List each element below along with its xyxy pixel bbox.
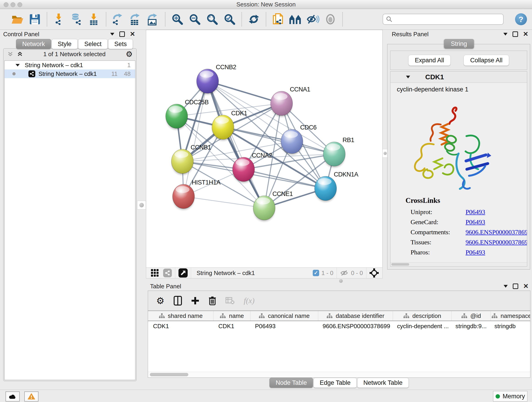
grid-view-icon[interactable] [151,269,159,277]
collapse-all-button[interactable]: Collapse All [463,55,509,66]
string-view-icon[interactable] [163,269,172,277]
cell[interactable]: stringdb:9... [450,321,489,331]
tab-string[interactable]: String [444,39,474,49]
delete-column-trash-icon[interactable] [209,296,216,305]
collapse-all-networks-icon[interactable] [7,51,13,57]
zoom-out-button[interactable] [188,13,201,26]
column-header-database-identifier[interactable]: database identifier [318,311,393,321]
table-menu-icon[interactable] [504,285,508,288]
tissues-link[interactable]: 9606.ENSP00000378699 [466,239,527,246]
node-CDC6[interactable]: CDC6 [281,124,317,155]
table-options-gear-icon[interactable]: ⚙ [156,296,165,305]
node-CDKN1A[interactable]: CDKN1A [315,171,358,202]
hide-selected-button[interactable] [306,13,320,26]
node-CDK1[interactable]: CDK1 [212,110,247,140]
node-label-HIST1H1A: HIST1H1A [192,179,221,186]
protein-section-header[interactable]: CDK1 [390,71,527,83]
cell[interactable]: P06493 [250,321,317,331]
network-options-gear-icon[interactable]: ⚙ [126,50,133,58]
import-network-from-file-button[interactable] [52,13,66,26]
expand-all-button[interactable]: Expand All [408,55,451,66]
show-hidden-button[interactable] [324,13,337,26]
column-header-shared-name[interactable]: shared name [148,311,214,321]
zoom-fit-content-button[interactable] [206,13,219,26]
node-RB1[interactable]: RB1 [323,137,354,167]
tab-edge-table[interactable]: Edge Table [313,378,357,388]
export-table-button[interactable] [129,13,142,26]
memory-button[interactable]: Memory [493,391,527,402]
export-network-button[interactable] [112,13,125,26]
cell[interactable]: CDK1 [213,321,250,331]
add-column-icon[interactable] [191,297,199,305]
node-HIST1H1A[interactable]: HIST1H1A [172,179,221,210]
panel-menu-icon[interactable] [110,33,114,36]
edge-CCNB2-CCNE1[interactable] [208,81,264,208]
edge-CCNB2-CCNA1[interactable] [208,81,282,103]
column-header-namespace[interactable]: namespace [491,311,530,321]
results-scrollbar[interactable] [390,262,527,266]
expand-all-networks-icon[interactable] [17,51,23,57]
edge-CCNA2-CDKN1A[interactable] [244,169,326,188]
tab-sets[interactable]: Sets [108,39,133,49]
node-label-CCNA2: CCNA2 [252,152,272,159]
edge-CDK1-RB1[interactable] [223,127,334,154]
show-columns-icon[interactable] [174,296,182,306]
search-box[interactable] [383,14,504,25]
results-close-icon[interactable]: ✕ [523,31,528,37]
node-table[interactable]: shared namenamecanonical namedatabase id… [148,311,530,372]
refresh-layout-button[interactable] [247,13,260,26]
tab-node-table[interactable]: Node Table [269,378,313,388]
results-menu-icon[interactable] [503,33,507,36]
tab-network[interactable]: Network [16,39,51,49]
compartments-link[interactable]: 9606.ENSP00000378699 [466,229,527,236]
genecard-link[interactable]: P06493 [466,218,485,226]
node-label-CCNE1: CCNE1 [272,191,293,197]
tab-select[interactable]: Select [78,39,108,49]
node-CCNB2[interactable]: CCNB2 [196,64,236,95]
fit-selected-crosshair-icon[interactable] [370,268,379,278]
tab-network-table[interactable]: Network Table [357,378,409,388]
left-splitter-handle[interactable] [137,201,146,210]
open-session-button[interactable] [11,13,24,26]
column-header--id[interactable]: @id [452,311,491,321]
uniprot-link[interactable]: P06493 [466,208,485,216]
cloud-button[interactable] [6,391,20,402]
table-row[interactable]: CDK1CDK1P064939606.ENSP00000378699cyclin… [148,321,530,331]
column-header-description[interactable]: description [393,311,452,321]
table-float-icon[interactable] [513,283,518,289]
network-collection-row[interactable]: String Network – cdk1 1 [5,61,135,70]
cell[interactable]: CDK1 [148,321,213,331]
save-session-button[interactable] [28,13,41,26]
open-session-icon [11,13,24,26]
selected-checkbox-icon[interactable]: ✓ [313,270,319,276]
search-input[interactable] [393,16,500,23]
pharos-link[interactable]: P06493 [466,249,485,256]
import-table-from-file-button[interactable] [87,13,101,26]
table-scrollbar[interactable] [148,372,530,377]
panel-float-icon[interactable] [119,32,125,37]
tab-style[interactable]: Style [51,39,78,49]
birdseye-view-icon[interactable] [178,268,188,278]
duplicate-network-button[interactable] [272,13,285,26]
panel-close-icon[interactable]: ✕ [130,31,135,37]
warnings-button[interactable] [24,391,38,402]
network-canvas[interactable]: CCNB2CCNA1CDC25BCDK1CDC6RB1CCNB1CCNA2CDK… [146,30,383,268]
column-header-canonical-name[interactable]: canonical name [250,311,318,321]
results-float-icon[interactable] [513,32,518,37]
cell[interactable]: 9606.ENSP00000378699 [317,321,392,331]
network-row-selected[interactable]: String Network – cdk1 11 48 [5,70,135,78]
first-neighbors-button[interactable] [289,13,302,26]
zoom-in-button[interactable] [171,13,184,26]
table-close-icon[interactable]: ✕ [523,283,529,289]
help-button[interactable]: ? [515,13,527,25]
edge-CCNE1-HIST1H1A[interactable] [184,196,264,208]
cell[interactable]: stringdb [489,321,530,331]
import-network-from-database-button[interactable] [70,13,83,26]
column-header-name[interactable]: name [214,311,250,321]
collapse-protein-icon[interactable] [406,76,410,78]
zoom-selected-region-button[interactable] [223,13,236,26]
cell[interactable]: cyclin-dependent ... [392,321,450,331]
memory-status-icon [496,394,500,399]
node-CCNE1[interactable]: CCNE1 [253,191,293,221]
export-image-button[interactable] [146,13,160,26]
